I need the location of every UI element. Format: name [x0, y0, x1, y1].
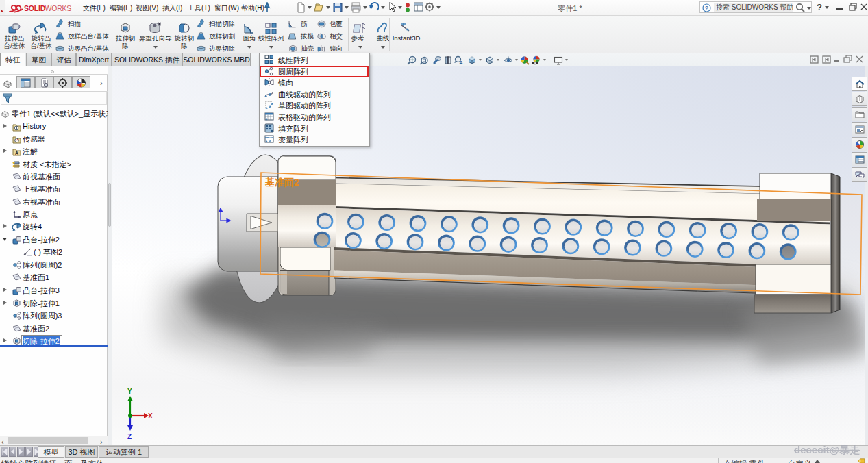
svg-text:Y: Y — [127, 388, 132, 395]
svg-text:基准面2: 基准面2 — [264, 177, 299, 188]
svg-text:A: A — [15, 151, 18, 155]
svg-text:Z: Z — [127, 433, 132, 440]
svg-text:?: ? — [705, 5, 708, 12]
svg-text:SOLID: SOLID — [24, 4, 46, 12]
svg-text:WORKS: WORKS — [45, 4, 72, 12]
svg-text:A: A — [459, 60, 463, 65]
svg-text:X: X — [148, 412, 153, 420]
